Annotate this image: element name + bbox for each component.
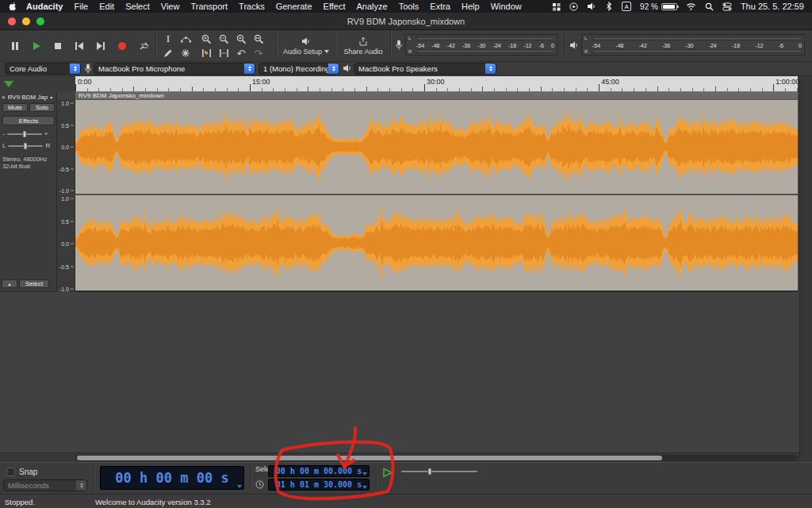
- playback-meter[interactable]: L R -54-48-42-36-30-24-18-12-60: [569, 34, 805, 56]
- play-speed-track[interactable]: [401, 471, 477, 472]
- gain-slider-track[interactable]: [7, 133, 42, 135]
- menubar-item[interactable]: Extra: [430, 2, 450, 11]
- pan-slider[interactable]: L R: [2, 142, 50, 149]
- keyboard-input-icon[interactable]: A: [622, 2, 631, 11]
- record-button[interactable]: [112, 34, 132, 58]
- track-menu-caret-icon[interactable]: ▾: [50, 94, 52, 100]
- spotlight-icon[interactable]: [705, 2, 714, 11]
- bluetooth-icon[interactable]: [605, 2, 613, 11]
- clip-titlebar[interactable]: RV9 BDM Japonsko_mixdown: [75, 92, 798, 100]
- selection-settings-icon[interactable]: [255, 480, 264, 489]
- menubar-item[interactable]: Audacity: [26, 2, 63, 11]
- playback-device-select[interactable]: MacBook Pro Speakers: [354, 63, 496, 75]
- zoom-in-button[interactable]: [198, 33, 214, 45]
- wifi-icon[interactable]: [686, 2, 696, 10]
- trim-audio-button[interactable]: [198, 47, 214, 60]
- menubar-item[interactable]: Tracks: [239, 2, 265, 11]
- selection-tool-button[interactable]: I: [160, 33, 176, 45]
- stop-button[interactable]: [48, 34, 68, 58]
- grid-icon[interactable]: [552, 2, 561, 11]
- play-at-speed-button[interactable]: [382, 468, 393, 478]
- envelope-tool-button[interactable]: [178, 33, 193, 45]
- redo-icon[interactable]: ↷: [251, 47, 266, 60]
- recording-meter[interactable]: L R -54-48-42-36-30-24-18-12-60: [395, 34, 557, 56]
- vertical-scrollbar-area[interactable]: [799, 76, 812, 462]
- track-name[interactable]: RV9 BDM Jap: [8, 94, 48, 101]
- window-titlebar[interactable]: RV9 BDM Japonsko_mixdown: [0, 13, 812, 30]
- menubar-item[interactable]: Help: [462, 2, 480, 11]
- apple-menu-icon[interactable]: [8, 2, 17, 12]
- zoom-window-button[interactable]: [36, 17, 44, 25]
- select-track-button[interactable]: Select: [19, 279, 49, 288]
- waveform-channel-2[interactable]: [75, 195, 798, 291]
- menubar-clock[interactable]: Thu 25. 5. 22:59: [741, 2, 804, 11]
- audio-position-display[interactable]: 00 h 00 m 00 s: [100, 466, 244, 490]
- gain-slider[interactable]: - +: [2, 130, 48, 137]
- pan-slider-thumb[interactable]: [24, 142, 28, 149]
- play-pin-icon[interactable]: [4, 81, 13, 87]
- hscroll-track[interactable]: [75, 455, 798, 461]
- audio-setup-button[interactable]: Audio Setup: [281, 32, 331, 60]
- menubar-item[interactable]: Transport: [190, 2, 228, 11]
- undo-icon[interactable]: ↶: [233, 47, 249, 60]
- recording-channels-select[interactable]: 1 (Mono) Recording C...: [259, 63, 339, 75]
- chevron-down-icon[interactable]: [362, 472, 367, 475]
- pause-button[interactable]: [5, 34, 25, 58]
- collapse-track-button[interactable]: ▴: [2, 279, 17, 288]
- skip-to-start-button[interactable]: [69, 34, 90, 58]
- mute-button[interactable]: Mute: [2, 103, 28, 112]
- timeline-tick: [459, 88, 460, 91]
- menubar-item[interactable]: Analyze: [356, 2, 387, 11]
- timeline-ruler[interactable]: 0:0015:0030:0045:001:00:00: [75, 76, 798, 92]
- loop-button[interactable]: [135, 34, 154, 58]
- menubar-status-area: A 92 % Thu 25. 5. 22:59: [552, 2, 804, 11]
- battery-indicator[interactable]: 92 %: [640, 2, 677, 11]
- minimize-window-button[interactable]: [22, 17, 30, 25]
- solo-button[interactable]: Solo: [29, 103, 55, 112]
- menubar-item[interactable]: File: [74, 2, 88, 11]
- selection-end-field[interactable]: 01 h 01 m 30.000 s: [268, 479, 370, 491]
- draw-tool-button[interactable]: [160, 47, 176, 60]
- hscroll-thumb[interactable]: [77, 456, 662, 460]
- timeline-tick: [611, 88, 611, 91]
- play-speed-thumb[interactable]: [428, 468, 432, 475]
- pan-left-label: L: [2, 142, 6, 149]
- zoom-out-button[interactable]: [216, 33, 232, 45]
- volume-icon[interactable]: [587, 2, 596, 11]
- close-window-button[interactable]: [8, 17, 16, 25]
- effects-button[interactable]: Effects: [2, 116, 55, 125]
- gain-slider-thumb[interactable]: [22, 130, 26, 137]
- zoom-fit-button[interactable]: [251, 33, 266, 45]
- silence-audio-button[interactable]: [216, 47, 232, 60]
- selection-start-field[interactable]: 00 h 00 m 00.000 s: [268, 465, 370, 477]
- play-speed-slider[interactable]: [401, 471, 477, 472]
- close-track-icon[interactable]: ×: [2, 94, 6, 101]
- menubar-item[interactable]: Edit: [99, 2, 114, 11]
- chevron-down-icon[interactable]: [237, 485, 242, 488]
- combo-stepper-icon: [244, 64, 255, 74]
- audio-host-select[interactable]: Core Audio: [5, 63, 81, 75]
- now-playing-icon[interactable]: [569, 2, 578, 11]
- recording-device-select[interactable]: MacBook Pro Microphone: [94, 63, 255, 75]
- timeline-tick: [494, 88, 495, 91]
- zoom-selection-button[interactable]: [233, 33, 249, 45]
- device-toolbar: Core Audio MacBook Pro Microphone 1 (Mon…: [0, 62, 812, 76]
- time-format-select[interactable]: Milliseconds: [3, 479, 87, 491]
- menubar-item[interactable]: Select: [125, 2, 150, 11]
- menubar-item[interactable]: View: [161, 2, 180, 11]
- snap-checkbox[interactable]: [6, 468, 15, 476]
- play-button[interactable]: [26, 34, 47, 58]
- menubar-item[interactable]: Generate: [276, 2, 312, 11]
- multi-tool-button[interactable]: [178, 47, 193, 60]
- menubar-item[interactable]: Tools: [399, 2, 419, 11]
- menubar-item[interactable]: Effect: [324, 2, 346, 11]
- chevron-down-icon[interactable]: [362, 486, 367, 489]
- recording-meter-bar-left: [416, 37, 554, 40]
- pan-slider-track[interactable]: [8, 145, 43, 147]
- waveform-channel-1[interactable]: [75, 100, 798, 194]
- control-center-icon[interactable]: [722, 2, 732, 11]
- share-audio-button[interactable]: Share Audio: [339, 32, 387, 60]
- skip-to-end-button[interactable]: [90, 34, 111, 58]
- menubar-item[interactable]: Window: [491, 2, 522, 11]
- toolbar-separator: [276, 33, 278, 58]
